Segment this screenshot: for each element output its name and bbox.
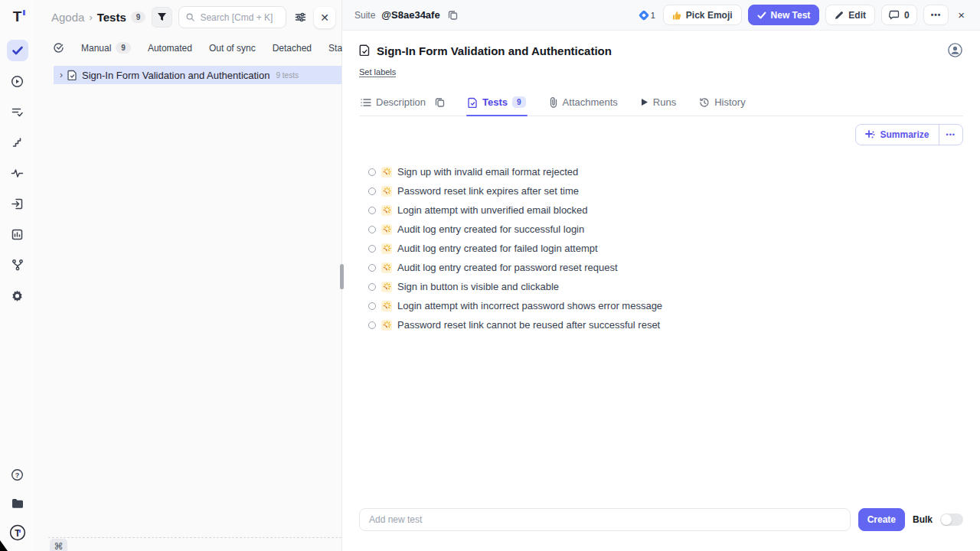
comments-button[interactable]: 0 — [881, 5, 917, 25]
test-row[interactable]: Audit log entry created for successful l… — [368, 220, 963, 239]
suite-doc-icon — [359, 44, 371, 57]
reports-nav-icon[interactable] — [7, 223, 28, 245]
close-detail-button[interactable]: × — [955, 8, 968, 21]
summarize-more-button[interactable]: ••• — [939, 125, 962, 145]
manual-test-icon — [381, 224, 392, 235]
more-actions-button[interactable]: ••• — [923, 5, 949, 25]
copy-description-icon[interactable] — [435, 97, 445, 107]
test-row[interactable]: Audit log entry created for failed login… — [368, 239, 963, 258]
test-row[interactable]: Login attempt with unverified email bloc… — [368, 201, 963, 220]
test-status-circle-icon[interactable] — [368, 321, 376, 329]
test-status-circle-icon[interactable] — [368, 187, 376, 195]
manual-test-icon — [381, 320, 392, 331]
create-label: Create — [867, 514, 896, 525]
comments-count: 0 — [904, 10, 910, 21]
test-row[interactable]: Audit log entry created for password res… — [368, 258, 963, 277]
scrollbar-thumb[interactable] — [340, 264, 344, 289]
test-status-circle-icon[interactable] — [368, 226, 376, 233]
filter-tab-out-of-sync[interactable]: Out of sync — [209, 43, 256, 54]
new-test-button[interactable]: New Test — [748, 5, 820, 25]
profile-logo-icon[interactable]: T — [7, 522, 28, 543]
suite-file-icon — [67, 70, 77, 80]
test-status-circle-icon[interactable] — [368, 283, 376, 291]
test-row[interactable]: Sign in button is visible and clickable — [368, 277, 963, 296]
checklist-nav-icon[interactable] — [7, 101, 28, 122]
tab-description[interactable]: Description — [359, 90, 446, 116]
breadcrumb: Agoda › Tests 9 — [51, 11, 145, 24]
description-icon — [361, 98, 371, 107]
select-all-icon[interactable] — [53, 42, 64, 54]
projects-folder-icon[interactable] — [7, 493, 28, 514]
expand-chevron-icon[interactable]: › — [60, 70, 63, 80]
test-title: Audit log entry created for successful l… — [397, 223, 584, 235]
test-status-circle-icon[interactable] — [368, 168, 376, 176]
test-status-circle-icon[interactable] — [368, 264, 376, 272]
pick-emoji-button[interactable]: Pick Emoji — [663, 5, 742, 25]
svg-text:T: T — [15, 528, 21, 539]
tests-filter-tabs: Manual9 Automated Out of sync Detached S… — [34, 34, 341, 61]
search-input[interactable] — [200, 12, 279, 23]
suite-content: Sign-In Form Validation and Authenticati… — [342, 31, 980, 551]
test-title: Audit log entry created for failed login… — [397, 243, 598, 254]
pencil-icon — [835, 11, 844, 20]
bulk-toggle[interactable] — [940, 514, 963, 526]
issue-link-count: 1 — [651, 11, 655, 20]
manual-test-icon — [381, 186, 392, 197]
suite-tree-row[interactable]: › Sign-In Form Validation and Authentica… — [54, 66, 341, 84]
filter-label: Manual — [81, 43, 111, 54]
create-test-button[interactable]: Create — [858, 508, 905, 531]
filter-button[interactable] — [152, 7, 172, 28]
test-status-circle-icon[interactable] — [368, 302, 376, 310]
copy-suite-id-icon[interactable] — [446, 8, 459, 21]
runs-nav-icon[interactable] — [7, 70, 28, 92]
manual-test-icon — [381, 301, 392, 311]
tab-history[interactable]: History — [697, 90, 746, 116]
issue-link-badge[interactable]: 1 — [640, 11, 655, 20]
test-status-circle-icon[interactable] — [368, 207, 376, 214]
filter-tab-manual[interactable]: Manual9 — [81, 42, 131, 54]
tab-tests[interactable]: Tests 9 — [466, 90, 528, 116]
left-panel-header: Agoda › Tests 9 ✕ — [34, 0, 341, 34]
view-options-icon[interactable] — [292, 10, 308, 25]
filter-label: Automated — [148, 43, 192, 54]
test-row[interactable]: Password reset link cannot be reused aft… — [368, 315, 963, 334]
steps-nav-icon[interactable] — [7, 132, 28, 153]
add-test-input[interactable] — [359, 508, 851, 531]
tab-label: Runs — [653, 96, 676, 108]
mouse-cursor — [0, 540, 8, 551]
tab-runs[interactable]: Runs — [639, 90, 678, 116]
test-row[interactable]: Login attempt with incorrect password sh… — [368, 296, 963, 315]
summarize-button[interactable]: Summarize — [856, 125, 939, 145]
filter-tab-automated[interactable]: Automated — [148, 43, 192, 54]
bulk-label: Bulk — [913, 514, 933, 525]
test-row[interactable]: Password reset link expires after set ti… — [368, 181, 963, 201]
suite-detail-panel: Suite @S8ae34afe 1 Pick Emoji New Test — [342, 0, 980, 551]
filter-tab-detached[interactable]: Detached — [273, 43, 312, 54]
test-row[interactable]: Sign up with invalid email format reject… — [368, 162, 963, 181]
manual-test-icon — [381, 167, 392, 178]
breadcrumb-current[interactable]: Tests — [97, 11, 126, 24]
branches-nav-icon[interactable] — [7, 254, 28, 276]
set-labels-link[interactable]: Set labels — [359, 67, 396, 77]
close-panel-button[interactable]: ✕ — [314, 7, 335, 28]
tab-label: History — [714, 96, 745, 108]
activity-nav-icon[interactable] — [7, 162, 28, 184]
issue-diamond-icon — [639, 9, 649, 20]
assignee-avatar-icon[interactable] — [948, 43, 963, 58]
import-nav-icon[interactable] — [7, 193, 28, 214]
suite-id: @S8ae34afe — [381, 9, 439, 21]
tab-attachments[interactable]: Attachments — [547, 90, 619, 116]
settings-nav-icon[interactable] — [7, 285, 28, 306]
help-icon[interactable]: ? — [7, 464, 28, 485]
pick-emoji-label: Pick Emoji — [686, 10, 733, 21]
test-status-circle-icon[interactable] — [368, 245, 376, 253]
suite-type-label: Suite — [354, 10, 375, 21]
test-title: Audit log entry created for password res… — [397, 262, 618, 273]
tab-label: Attachments — [563, 96, 618, 108]
tests-nav-icon[interactable] — [7, 40, 28, 61]
app-logo-icon[interactable]: T — [8, 8, 27, 26]
breadcrumb-project[interactable]: Agoda — [51, 11, 84, 24]
manual-test-icon — [381, 262, 392, 273]
edit-button[interactable]: Edit — [825, 5, 875, 25]
manual-test-icon — [381, 243, 392, 254]
